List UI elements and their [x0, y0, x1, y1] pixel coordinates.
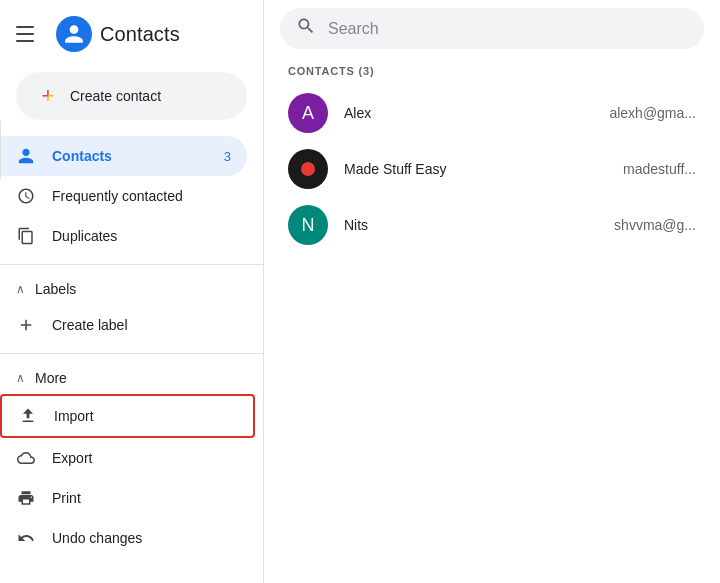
import-icon	[18, 406, 38, 426]
more-chevron-icon: ∧	[16, 371, 25, 385]
print-icon	[16, 488, 36, 508]
sidebar-item-create-label[interactable]: Create label	[0, 305, 247, 345]
more-section-label: More	[35, 370, 67, 386]
contacts-nav-badge: 3	[224, 149, 231, 164]
app-logo: Contacts	[56, 16, 180, 52]
contacts-list-header: CONTACTS (3)	[264, 57, 720, 85]
export-icon	[16, 448, 36, 468]
frequently-contacted-label: Frequently contacted	[52, 188, 231, 204]
labels-section-header[interactable]: ∧ Labels	[0, 273, 263, 305]
contact-name-made-stuff-easy: Made Stuff Easy	[344, 161, 607, 177]
create-contact-button[interactable]: + Create contact	[16, 72, 247, 120]
sidebar: Contacts + Create contact Contacts 3	[0, 0, 264, 583]
export-label: Export	[52, 450, 231, 466]
more-section-header[interactable]: ∧ More	[0, 362, 263, 394]
sidebar-header: Contacts	[0, 8, 263, 68]
search-icon	[296, 16, 316, 41]
app-logo-circle	[56, 16, 92, 52]
search-input[interactable]	[328, 20, 688, 38]
sidebar-item-frequently-contacted[interactable]: Frequently contacted	[0, 176, 247, 216]
contact-avatar-nits: N	[288, 205, 328, 245]
plus-icon: +	[36, 84, 60, 108]
sidebar-item-export[interactable]: Export	[0, 438, 247, 478]
duplicates-label: Duplicates	[52, 228, 231, 244]
contact-name-nits: Nits	[344, 217, 598, 233]
contact-email-made-stuff-easy: madestuff...	[623, 161, 696, 177]
contact-row-alex[interactable]: A Alex alexh@gma...	[264, 85, 720, 141]
labels-chevron-icon: ∧	[16, 282, 25, 296]
create-label-label: Create label	[52, 317, 231, 333]
duplicates-nav-icon	[16, 226, 36, 246]
sidebar-item-import[interactable]: Import	[0, 394, 255, 438]
contacts-nav-label: Contacts	[52, 148, 208, 164]
scrollbar[interactable]	[0, 120, 1, 180]
undo-label: Undo changes	[52, 530, 231, 546]
sidebar-item-duplicates[interactable]: Duplicates	[0, 216, 247, 256]
sidebar-item-undo[interactable]: Undo changes	[0, 518, 247, 558]
app-container: Contacts + Create contact Contacts 3	[0, 0, 720, 583]
contact-avatar-made-stuff-easy	[288, 149, 328, 189]
undo-icon	[16, 528, 36, 548]
divider-1	[0, 264, 263, 265]
contact-email-alex: alexh@gma...	[609, 105, 696, 121]
clock-nav-icon	[16, 186, 36, 206]
sidebar-item-print[interactable]: Print	[0, 478, 247, 518]
create-contact-label: Create contact	[70, 88, 161, 104]
contact-avatar-alex: A	[288, 93, 328, 133]
labels-section-label: Labels	[35, 281, 76, 297]
contact-row-made-stuff-easy[interactable]: Made Stuff Easy madestuff...	[264, 141, 720, 197]
main-content: CONTACTS (3) A Alex alexh@gma... Made St…	[264, 0, 720, 583]
print-label: Print	[52, 490, 231, 506]
hamburger-menu-icon[interactable]	[16, 22, 40, 46]
contacts-nav-icon	[16, 146, 36, 166]
app-title: Contacts	[100, 23, 180, 46]
contact-row-nits[interactable]: N Nits shvvma@g...	[264, 197, 720, 253]
contact-name-alex: Alex	[344, 105, 593, 121]
contact-email-nits: shvvma@g...	[614, 217, 696, 233]
sidebar-item-contacts[interactable]: Contacts 3	[0, 136, 247, 176]
create-label-icon	[16, 315, 36, 335]
person-logo-icon	[63, 23, 85, 45]
divider-2	[0, 353, 263, 354]
search-bar	[280, 8, 704, 49]
import-label: Import	[54, 408, 237, 424]
